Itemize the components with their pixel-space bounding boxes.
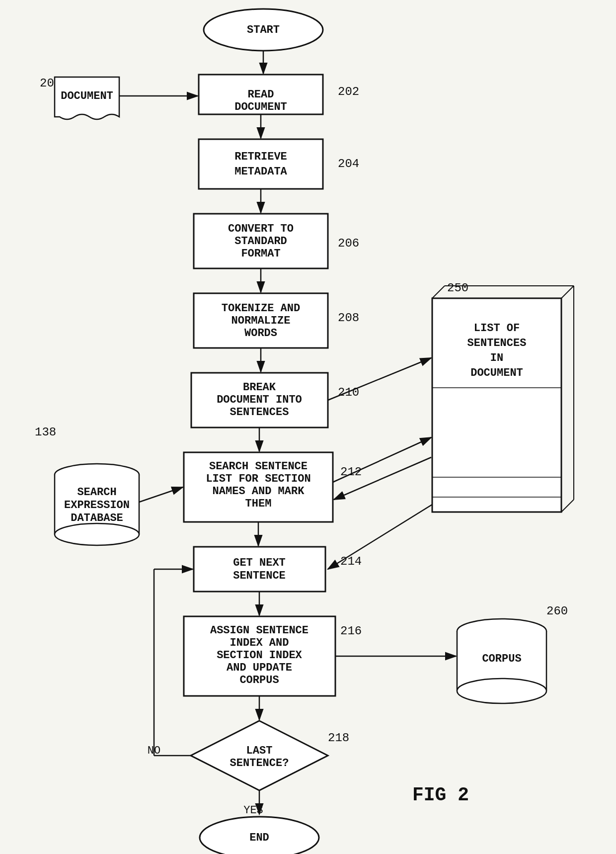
assign-label: ASSIGN SENTENCE <box>210 624 308 637</box>
search-db-label: SEARCH <box>77 486 116 499</box>
read-document-label: READ <box>248 88 274 101</box>
last-sentence-label: LAST <box>246 745 273 757</box>
svg-point-30 <box>55 523 139 545</box>
start-label: START <box>247 24 280 36</box>
search-db-label2: EXPRESSION <box>64 499 130 512</box>
ref-138: 138 <box>35 426 56 439</box>
assign-label3: SECTION INDEX <box>217 649 302 662</box>
ref-218: 218 <box>328 731 349 745</box>
assign-label2: INDEX AND <box>230 637 289 649</box>
fig-label: FIG 2 <box>412 784 469 806</box>
ref-250: 250 <box>447 281 468 295</box>
ref-214: 214 <box>340 555 362 568</box>
read-document-label2: DOCUMENT <box>234 101 287 113</box>
list-sentences-label3: IN <box>490 352 503 364</box>
tokenize-label2: NORMALIZE <box>231 315 291 327</box>
search-sentence-label4: THEM <box>245 498 272 510</box>
retrieve-metadata-label2: METADATA <box>234 166 287 178</box>
get-next-label2: SENTENCE <box>233 570 286 582</box>
corpus-label: CORPUS <box>482 653 521 665</box>
retrieve-metadata-label: RETRIEVE <box>234 151 287 163</box>
assign-label5: CORPUS <box>239 674 279 686</box>
list-sentences-label2: SENTENCES <box>467 337 527 349</box>
ref-260: 260 <box>546 604 568 618</box>
tokenize-label3: WORDS <box>244 327 277 340</box>
ref-210: 210 <box>338 386 359 399</box>
ref-204: 204 <box>338 157 359 171</box>
assign-label4: AND UPDATE <box>227 662 292 674</box>
list-sentences-label4: DOCUMENT <box>470 367 523 379</box>
yes-label: YES <box>243 804 263 817</box>
last-sentence-label2: SENTENCE? <box>230 757 289 769</box>
svg-point-43 <box>457 679 546 703</box>
ref-206: 206 <box>338 237 359 250</box>
convert-label3: FORMAT <box>241 248 280 260</box>
search-sentence-label3: NAMES AND MARK <box>213 485 305 498</box>
end-label: END <box>249 832 269 844</box>
get-next-label: GET NEXT <box>233 557 286 569</box>
search-db-label3: DATABASE <box>71 512 123 524</box>
ref-216: 216 <box>340 624 362 638</box>
search-sentence-label2: LIST FOR SECTION <box>206 473 310 485</box>
break-label3: SENTENCES <box>230 406 289 419</box>
document-label: DOCUMENT <box>61 90 113 102</box>
convert-label2: STANDARD <box>234 235 287 248</box>
convert-label: CONVERT TO <box>228 223 294 235</box>
ref-208: 208 <box>338 311 359 325</box>
search-sentence-label: SEARCH SENTENCE <box>209 460 308 473</box>
svg-rect-8 <box>199 139 323 189</box>
tokenize-label: TOKENIZE AND <box>222 302 300 315</box>
flowchart-diagram: START 202 READ DOCUMENT 200 DOCUMENT 204… <box>0 0 616 854</box>
ref-202: 202 <box>338 85 359 98</box>
break-label: BREAK <box>243 381 276 394</box>
break-label2: DOCUMENT INTO <box>217 394 302 406</box>
list-sentences-label: LIST OF <box>474 322 520 335</box>
